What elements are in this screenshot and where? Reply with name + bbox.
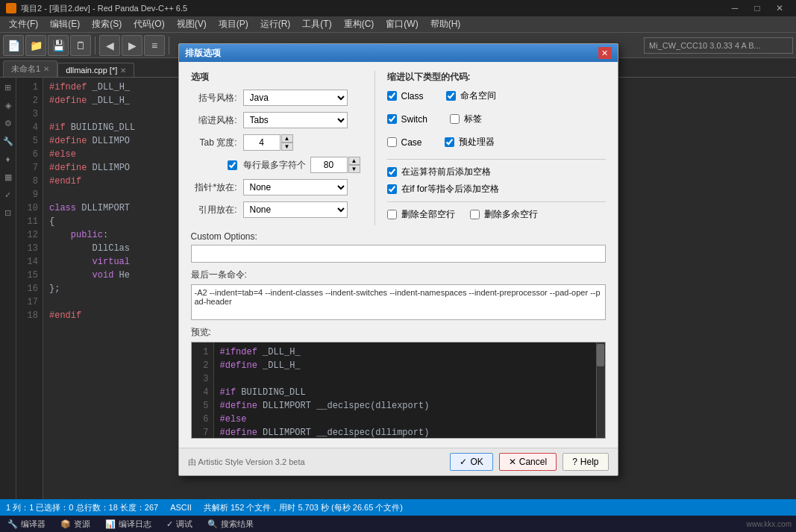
indent-namespace-label: 命名空间 xyxy=(460,90,496,102)
indent-case-checkbox[interactable] xyxy=(387,137,397,147)
indent-case-label: Case xyxy=(401,137,422,148)
max-chars-input[interactable] xyxy=(310,157,348,173)
space-if-row: 在if for等指令后添加空格 xyxy=(387,183,606,195)
last-command-label: 最后一条命令: xyxy=(191,269,606,281)
ok-button[interactable]: ✓ OK xyxy=(450,453,492,471)
tab-width-down[interactable]: ▼ xyxy=(281,143,293,151)
indent-namespace-row: 命名空间 xyxy=(446,90,496,102)
delete-all-blank-row: 删除全部空行 xyxy=(387,208,455,221)
indent-label-row: 标签 xyxy=(450,113,482,125)
indent-style-row: 缩进风格: Tabs Spaces xyxy=(191,112,363,128)
cancel-button[interactable]: ✕ Cancel xyxy=(499,453,557,471)
tab-width-label: Tab 宽度: xyxy=(191,137,243,149)
space-ops-checkbox[interactable] xyxy=(387,167,397,177)
custom-options-label: Custom Options: xyxy=(191,231,606,242)
format-dialog: 排版选项 ✕ 选项 括号风格: Java Allman K&R xyxy=(178,43,618,476)
max-chars-down[interactable]: ▼ xyxy=(348,165,360,173)
ref-select[interactable]: None Type Middle Name xyxy=(243,201,348,218)
preview-line-numbers: 1234567 xyxy=(192,342,214,438)
space-ops-label: 在运算符前后添加空格 xyxy=(401,166,491,178)
dialog-right-col: 缩进以下类型的代码: Class 命名空间 xyxy=(375,71,606,225)
help-button-label: Help xyxy=(580,457,599,467)
tab-width-row: Tab 宽度: ▲ ▼ xyxy=(191,134,363,151)
tab-width-spinner: ▲ ▼ xyxy=(281,134,293,151)
bracket-style-label: 括号风格: xyxy=(191,92,243,104)
divider-1 xyxy=(387,159,606,160)
delete-extra-blank-row: 删除多余空行 xyxy=(470,208,538,221)
dialog-title: 排版选项 xyxy=(185,47,221,60)
preview-label: 预览: xyxy=(191,326,606,339)
space-if-label: 在if for等指令后添加空格 xyxy=(401,183,499,195)
max-chars-up[interactable]: ▲ xyxy=(348,157,360,165)
max-chars-checkbox[interactable] xyxy=(228,160,237,170)
indent-case-row: Case xyxy=(387,136,422,148)
help-button[interactable]: ? Help xyxy=(562,453,608,471)
dialog-version: 由 Artistic Style Version 3.2 beta xyxy=(188,457,305,468)
delete-all-blank-checkbox[interactable] xyxy=(387,210,397,219)
last-command-section: 最后一条命令: -A2 --indent=tab=4 --indent-clas… xyxy=(191,269,606,320)
indent-preprocessor-label: 预处理器 xyxy=(459,136,495,148)
ok-check-icon: ✓ xyxy=(460,457,467,467)
delete-extra-blank-checkbox[interactable] xyxy=(470,210,480,219)
max-chars-row: 每行最多字符个 ▲ ▼ xyxy=(191,157,363,173)
dialog-bottom: 由 Artistic Style Version 3.2 beta ✓ OK ✕… xyxy=(179,448,618,475)
indent-checks-row1: Class 命名空间 xyxy=(387,90,606,107)
indent-switch-checkbox[interactable] xyxy=(387,114,397,124)
cancel-x-icon: ✕ xyxy=(509,457,516,467)
indent-namespace-checkbox[interactable] xyxy=(446,91,456,101)
indent-switch-row: Switch xyxy=(387,113,427,125)
indent-class-label: Class xyxy=(401,91,424,101)
bracket-style-select[interactable]: Java Allman K&R xyxy=(243,90,348,106)
pointer-label: 指针*放在: xyxy=(191,181,243,194)
preview-code-content: #ifndef _DLL_H_ #define _DLL_H_ #if BUIL… xyxy=(214,342,436,438)
cancel-button-label: Cancel xyxy=(519,457,547,467)
ok-button-label: OK xyxy=(470,457,483,467)
indent-class-checkbox[interactable] xyxy=(387,91,397,101)
preview-section: 预览: 1234567 #ifndef _DLL_H_ #define _DLL… xyxy=(191,326,606,439)
help-q-icon: ? xyxy=(572,457,577,467)
indent-class-row: Class xyxy=(387,90,424,102)
dialog-titlebar: 排版选项 ✕ xyxy=(179,44,618,62)
indent-preprocessor-row: 预处理器 xyxy=(445,136,495,148)
bracket-style-row: 括号风格: Java Allman K&R xyxy=(191,90,363,106)
dialog-overlay: 排版选项 ✕ 选项 括号风格: Java Allman K&R xyxy=(0,0,796,532)
ref-row: 引用放在: None Type Middle Name xyxy=(191,201,363,218)
dialog-left-col: 选项 括号风格: Java Allman K&R 缩进风格: xyxy=(191,71,363,225)
indent-style-label: 缩进风格: xyxy=(191,114,243,127)
dialog-body: 选项 括号风格: Java Allman K&R 缩进风格: xyxy=(179,62,618,448)
delete-all-blank-label: 删除全部空行 xyxy=(401,208,455,221)
divider-2 xyxy=(387,201,606,202)
preview-box: 1234567 #ifndef _DLL_H_ #define _DLL_H_ … xyxy=(191,342,606,439)
indent-style-select[interactable]: Tabs Spaces xyxy=(243,112,348,128)
options-section-title: 选项 xyxy=(191,71,363,84)
last-command-box: -A2 --indent=tab=4 --indent-classes --in… xyxy=(191,284,606,320)
indent-label-label: 标签 xyxy=(464,113,482,125)
pointer-row: 指针*放在: None Type Middle Name xyxy=(191,179,363,195)
indent-checks-row3: Case 预处理器 xyxy=(387,136,606,153)
preview-scroll-thumb xyxy=(597,344,604,366)
tab-width-input[interactable] xyxy=(243,134,281,151)
space-if-checkbox[interactable] xyxy=(387,184,397,194)
indent-checks-row2: Switch 标签 xyxy=(387,113,606,130)
tab-width-up[interactable]: ▲ xyxy=(281,134,293,143)
pointer-select[interactable]: None Type Middle Name xyxy=(243,179,348,195)
delete-checks-row: 删除全部空行 删除多余空行 xyxy=(387,208,606,225)
max-chars-spinner: ▲ ▼ xyxy=(348,157,360,173)
indent-switch-label: Switch xyxy=(401,114,427,125)
preview-scrollbar[interactable] xyxy=(596,342,605,438)
delete-extra-blank-label: 删除多余空行 xyxy=(484,208,538,221)
dialog-columns: 选项 括号风格: Java Allman K&R 缩进风格: xyxy=(191,71,606,225)
space-ops-row: 在运算符前后添加空格 xyxy=(387,166,606,178)
ref-label: 引用放在: xyxy=(191,204,243,216)
indent-section-title: 缩进以下类型的代码: xyxy=(387,71,606,84)
dialog-actions: ✓ OK ✕ Cancel ? Help xyxy=(450,453,608,471)
custom-options-section: Custom Options: xyxy=(191,231,606,263)
dialog-close-button[interactable]: ✕ xyxy=(598,47,612,59)
preview-content: 1234567 #ifndef _DLL_H_ #define _DLL_H_ … xyxy=(192,342,605,438)
indent-preprocessor-checkbox[interactable] xyxy=(445,137,454,147)
indent-label-checkbox[interactable] xyxy=(450,114,460,124)
max-chars-label: 每行最多字符个 xyxy=(243,159,306,172)
custom-options-input[interactable] xyxy=(191,245,606,263)
